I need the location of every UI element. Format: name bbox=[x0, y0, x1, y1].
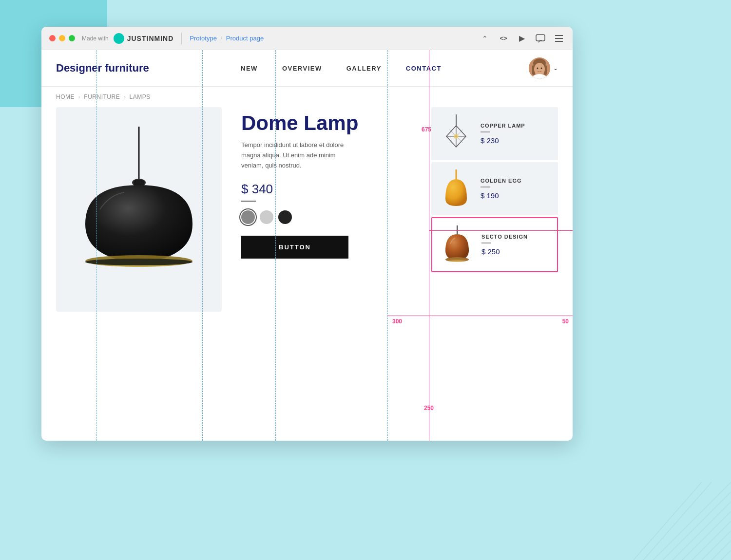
guide-horizontal-300 bbox=[387, 316, 573, 316]
product-image-area bbox=[56, 107, 222, 312]
chrome-divider bbox=[181, 33, 182, 44]
guide-horizontal-675 bbox=[429, 230, 573, 231]
code-icon[interactable]: <> bbox=[498, 33, 509, 44]
window-controls bbox=[49, 35, 75, 41]
related-product-copper-lamp[interactable]: COPPER LAMP $ 230 bbox=[431, 107, 558, 160]
browser-window: Made with JUSTINMIND Prototype / Product… bbox=[41, 27, 573, 441]
related-price-golden: $ 190 bbox=[481, 191, 551, 200]
svg-line-30 bbox=[692, 521, 731, 560]
play-icon[interactable]: ▶ bbox=[516, 33, 528, 44]
product-title: Dome Lamp bbox=[241, 112, 412, 134]
collapse-icon[interactable]: ⌃ bbox=[479, 33, 491, 44]
nav-item-contact[interactable]: CONTACT bbox=[406, 65, 442, 72]
swatch-dark[interactable] bbox=[278, 210, 292, 224]
related-product-image-golden bbox=[438, 168, 475, 209]
guide-blue-1 bbox=[96, 50, 97, 441]
swatch-light[interactable] bbox=[260, 210, 273, 224]
related-divider-golden bbox=[481, 187, 490, 187]
minimize-button[interactable] bbox=[59, 35, 65, 41]
svg-line-32 bbox=[712, 541, 731, 560]
breadcrumb-furniture[interactable]: FURNITURE bbox=[84, 93, 120, 100]
logo-icon bbox=[114, 33, 124, 44]
svg-point-10 bbox=[541, 68, 542, 69]
main-content: Dome Lamp Tempor incididunt ut labore et… bbox=[41, 107, 573, 312]
guide-blue-3 bbox=[275, 50, 276, 441]
price-divider bbox=[241, 201, 256, 202]
svg-line-34 bbox=[653, 482, 731, 560]
related-price-secto: $ 250 bbox=[481, 247, 550, 256]
page-breadcrumb: HOME › FURNITURE › LAMPS bbox=[41, 87, 573, 107]
justinmind-logo: Made with JUSTINMIND bbox=[82, 33, 173, 44]
maximize-button[interactable] bbox=[69, 35, 75, 41]
svg-line-33 bbox=[721, 550, 731, 560]
related-product-secto[interactable]: SECTO DESIGN $ 250 bbox=[431, 217, 558, 272]
chrome-breadcrumb: Prototype / Product page bbox=[190, 35, 264, 42]
svg-line-28 bbox=[673, 502, 731, 560]
add-to-cart-button[interactable]: BUTTON bbox=[241, 236, 348, 259]
related-info-secto: SECTO DESIGN $ 250 bbox=[481, 234, 550, 256]
related-info-copper: COPPER LAMP $ 230 bbox=[481, 123, 551, 145]
brand-name: JUSTINMIND bbox=[127, 35, 174, 42]
corner-decoration-br: .dl { stroke: #a8d8e8; stroke-width: 1.5… bbox=[634, 482, 731, 560]
nav-item-overview[interactable]: OVERVIEW bbox=[282, 65, 322, 72]
related-price-copper: $ 230 bbox=[481, 136, 551, 145]
svg-point-26 bbox=[445, 257, 469, 262]
toolbar-right: ⌃ <> ▶ bbox=[479, 33, 565, 44]
made-with-label: Made with bbox=[82, 35, 109, 42]
related-products: COPPER LAMP $ 230 bbox=[431, 107, 558, 312]
svg-point-16 bbox=[85, 259, 192, 265]
breadcrumb-home[interactable]: HOME bbox=[56, 93, 75, 100]
guide-vertical-main bbox=[429, 50, 429, 441]
svg-point-8 bbox=[534, 63, 545, 75]
breadcrumb-lamps[interactable]: LAMPS bbox=[130, 93, 151, 100]
related-divider-secto bbox=[481, 243, 491, 243]
menu-icon[interactable] bbox=[553, 33, 565, 44]
measure-675: 675 bbox=[422, 126, 431, 133]
measure-300: 300 bbox=[392, 318, 402, 325]
nav-item-new[interactable]: NEW bbox=[241, 65, 258, 72]
related-name-copper: COPPER LAMP bbox=[481, 123, 551, 129]
related-name-golden: GOLDEN EGG bbox=[481, 178, 551, 184]
guide-blue-4 bbox=[387, 50, 388, 441]
breadcrumb-arrow-2: › bbox=[124, 94, 125, 100]
svg-point-9 bbox=[537, 68, 539, 69]
browser-chrome: Made with JUSTINMIND Prototype / Product… bbox=[41, 27, 573, 50]
product-description: Tempor incididunt ut labore et dolore ma… bbox=[241, 140, 348, 170]
related-divider-copper bbox=[481, 131, 490, 132]
site-logo[interactable]: Designer furniture bbox=[56, 62, 154, 75]
page-content: Designer furniture NEW OVERVIEW GALLERY … bbox=[41, 50, 573, 441]
user-dropdown-arrow[interactable]: ⌄ bbox=[553, 65, 558, 72]
nav-item-gallery[interactable]: GALLERY bbox=[346, 65, 382, 72]
swatch-gray[interactable] bbox=[241, 210, 255, 224]
user-avatar-area[interactable]: ⌄ bbox=[529, 57, 558, 79]
site-navigation: NEW OVERVIEW GALLERY CONTACT bbox=[154, 65, 529, 72]
product-info: Dome Lamp Tempor incididunt ut labore et… bbox=[231, 107, 422, 312]
related-name-secto: SECTO DESIGN bbox=[481, 234, 550, 240]
close-button[interactable] bbox=[49, 35, 56, 41]
svg-point-23 bbox=[454, 134, 459, 139]
color-swatches bbox=[241, 210, 412, 224]
related-product-golden-egg[interactable]: GOLDEN EGG $ 190 bbox=[431, 162, 558, 215]
site-header: Designer furniture NEW OVERVIEW GALLERY … bbox=[41, 50, 573, 87]
svg-line-29 bbox=[682, 511, 731, 560]
breadcrumb-arrow-1: › bbox=[78, 94, 80, 100]
related-product-image-copper bbox=[438, 113, 475, 154]
measure-250: 250 bbox=[424, 405, 434, 411]
product-price: $ 340 bbox=[241, 182, 412, 197]
guide-blue-2 bbox=[202, 50, 203, 441]
svg-rect-0 bbox=[536, 35, 545, 41]
product-image-dome-lamp bbox=[71, 127, 207, 292]
avatar bbox=[529, 57, 550, 79]
comment-icon[interactable] bbox=[535, 33, 546, 44]
related-info-golden: GOLDEN EGG $ 190 bbox=[481, 178, 551, 200]
measure-50: 50 bbox=[562, 318, 569, 325]
